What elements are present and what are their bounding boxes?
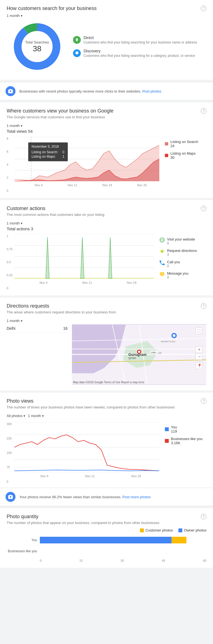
bar-you-label: You <box>7 538 37 542</box>
photo-qty-chart: You Businesses like you <box>7 537 206 554</box>
post-more-photos-link[interactable]: Post more photos <box>122 495 150 499</box>
direct-label: Direct <box>84 35 197 40</box>
photo-qty-section: Photo quantity The number of photos that… <box>0 508 213 568</box>
legend-search: Listing on Search 24 <box>165 140 206 148</box>
section5-title: Photo views <box>7 398 201 404</box>
svg-text:−: − <box>198 354 201 359</box>
photo-views-x-axis: Nov 4 Nov 11 Nov 18 <box>22 474 159 478</box>
section2-subtitle: The Google services that customers use t… <box>7 115 201 119</box>
tooltip-maps-row: Listing on Maps: 1 <box>32 155 64 159</box>
you-color <box>165 427 169 431</box>
views-chart: November 5, 2018 Listing on Search: 0 Li… <box>14 137 159 192</box>
photo-views-chart: Nov 4 Nov 11 Nov 18 <box>14 422 159 483</box>
section6-subtitle: The number of photos that appear on your… <box>7 521 201 525</box>
customer-photos-color <box>140 528 144 532</box>
map-area: Gurugram गुरुग्राम + − ⛶ 📍 <box>72 324 206 385</box>
section5-subtitle: The number of times your business photos… <box>7 405 201 409</box>
svg-rect-23 <box>160 272 164 275</box>
bar-you: You <box>7 537 206 543</box>
section2-help-icon[interactable]: ? <box>201 108 206 114</box>
photo-banner: Businesses with recent photos typically … <box>0 82 213 100</box>
svg-marker-24 <box>161 275 163 277</box>
directions-icon <box>159 249 165 254</box>
section5-period-dropdown[interactable]: 1 month <box>28 413 44 419</box>
section3-period-dropdown[interactable]: 1 month <box>7 220 22 226</box>
section1-period-dropdown[interactable]: 1 month <box>7 12 22 19</box>
directions-list: Delhi 16 <box>7 324 67 385</box>
action-message: Message you 0 <box>159 271 206 279</box>
tooltip-date: November 5, 2018 <box>32 145 64 149</box>
legend-you: You 119 <box>165 425 206 433</box>
photo-views-banner-text: Your photos receive 96.2% fewer views th… <box>19 495 150 499</box>
bar-businesses-label: Businesses like you <box>7 549 37 553</box>
photo-views-svg <box>14 422 159 472</box>
post-photos-link[interactable]: Post photos <box>142 89 161 93</box>
section4-period-dropdown[interactable]: 1 month <box>7 318 22 324</box>
section1-help-icon[interactable]: ? <box>201 6 206 11</box>
photo-views-section: Photo views The number of times your bus… <box>0 393 213 506</box>
photo-views-y-axis: 0 75 150 225 300 <box>7 422 13 483</box>
photo-views-banner: Your photos receive 96.2% fewer views th… <box>0 488 213 506</box>
section6-title: Photo quantity <box>7 514 201 520</box>
views-x-axis: Nov 4 Nov 11 Nov 18 Nov 25 <box>22 183 159 187</box>
section4-subtitle: The areas where customers request direct… <box>7 310 201 314</box>
section2-period-dropdown[interactable]: 1 month <box>7 122 22 129</box>
svg-point-38 <box>138 351 140 353</box>
section6-help-icon[interactable]: ? <box>201 514 206 519</box>
legend-owner-photos: Owner photos <box>178 528 206 532</box>
views-legend: Listing on Search 24 Listing on Maps 30 <box>165 137 206 192</box>
svg-point-40 <box>173 334 176 337</box>
owner-bar <box>40 537 186 543</box>
actions-legend: Visit your website 0 Request directions … <box>159 234 206 290</box>
section3-title: Customer actions <box>7 206 201 211</box>
svg-marker-17 <box>46 237 49 279</box>
map-svg: Gurugram गुरुग्राम + − ⛶ 📍 <box>72 324 206 385</box>
section3-help-icon[interactable]: ? <box>201 206 206 211</box>
map-caption: Map data ©2018 Google Terms of Use Repor… <box>73 381 144 384</box>
direction-delhi: Delhi 16 <box>7 324 67 333</box>
directions-layout: Delhi 16 <box>7 324 206 385</box>
chart-tooltip: November 5, 2018 Listing on Search: 0 Li… <box>28 142 68 161</box>
photo-filter-dropdown[interactable]: All photos <box>7 413 25 419</box>
actions-x-axis: Nov 4 Nov 11 Nov 18 <box>22 281 154 284</box>
section5-help-icon[interactable]: ? <box>201 398 206 404</box>
svg-text:VASANT KUNJ: VASANT KUNJ <box>161 340 175 343</box>
directions-section: Directions requests The areas where cust… <box>0 298 213 390</box>
legend-direct: Direct Customers who find your listing s… <box>73 35 197 44</box>
total-views: Total views 54 <box>7 129 206 134</box>
bar-businesses: Businesses like you <box>7 548 206 554</box>
website-icon <box>159 237 165 243</box>
direct-icon <box>73 36 81 44</box>
svg-text:+: + <box>198 347 201 352</box>
maps-color <box>165 154 168 157</box>
svg-text:⛶: ⛶ <box>197 329 201 333</box>
svg-text:148A: 148A <box>151 351 157 354</box>
donut-label: Total Searches 38 <box>25 40 49 53</box>
search-legend: Direct Customers who find your listing s… <box>73 35 197 58</box>
action-call: Call you 0 <box>159 260 206 268</box>
action-website: Visit your website 0 <box>159 237 206 245</box>
section2-title: Where customers view your business on Go… <box>7 108 201 114</box>
svg-marker-18 <box>80 237 84 279</box>
total-actions: Total actions 3 <box>7 226 206 231</box>
section3-subtitle: The most common actions that customers t… <box>7 213 201 217</box>
tooltip-search-row: Listing on Search: 0 <box>32 150 64 154</box>
donut-chart: Total Searches 38 <box>12 22 62 71</box>
search-color <box>165 142 168 145</box>
action-directions: Request directions 3 <box>159 249 206 257</box>
donut-container: Total Searches 38 Direct Customers who f… <box>7 19 206 74</box>
legend-maps: Listing on Maps 30 <box>165 151 206 160</box>
customer-bar <box>172 537 186 543</box>
direct-desc: Customers who find your listing searchin… <box>84 40 197 44</box>
svg-text:📍: 📍 <box>197 364 202 368</box>
section4-title: Directions requests <box>7 303 201 309</box>
actions-y-axis: 00.250.50.751 <box>7 234 13 290</box>
legend-businesses: Businesses like you 3.16K <box>165 437 206 445</box>
businesses-color <box>165 439 169 443</box>
discovery-desc: Customers who find your listing searchin… <box>84 54 195 58</box>
actions-section: Customer actions The most common actions… <box>0 200 213 295</box>
call-icon <box>159 260 165 265</box>
section4-help-icon[interactable]: ? <box>201 303 206 309</box>
views-section: Where customers view your business on Go… <box>0 103 213 198</box>
svg-text:गुरुग्राम: गुरुग्राम <box>128 357 136 360</box>
